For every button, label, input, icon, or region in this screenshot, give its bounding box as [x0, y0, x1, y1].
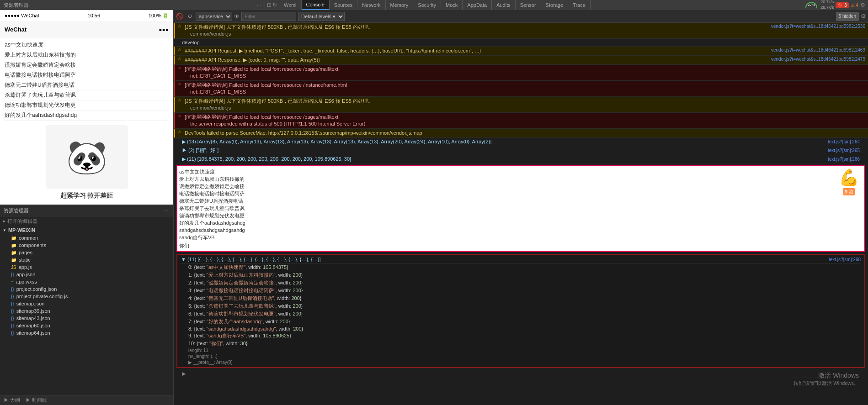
- devtools-tab-audits[interactable]: Audits: [492, 0, 516, 10]
- devtools-console: 🚫 ⊙ appservice 👁 Default levels ▾ 5 hidd…: [174, 10, 868, 405]
- phone-app-title: WeChat: [5, 26, 27, 33]
- devtools-tab-trace[interactable]: Trace: [568, 0, 591, 10]
- file-tree-item[interactable]: JSapp.js: [0, 263, 173, 271]
- perf-section: 27% 20.7k/s 28.7k/s 🔴 3 ⚠ 4 ⚙: [801, 0, 868, 10]
- file-manager-options[interactable]: ···: [165, 207, 170, 214]
- log-levels-select[interactable]: Default levels ▾: [298, 12, 345, 21]
- gear-settings-icon[interactable]: ⚙: [861, 13, 866, 20]
- toggle-icon[interactable]: ⊡: [267, 2, 272, 8]
- file-tree-item[interactable]: ~app.wxss: [0, 278, 173, 285]
- console-row-empty: ▶: [174, 370, 868, 378]
- console-row: ⚠[JS 文件编译错误] 以下文件体积超过 500KB，已跳过压缩以及 ES6 …: [174, 97, 868, 113]
- devtools-tab-network[interactable]: Network: [357, 0, 385, 10]
- phone-list-item: 德塞无二带娃U盾挥酒接电话: [5, 80, 169, 90]
- file-tree-item[interactable]: 📁static: [0, 256, 173, 263]
- phone-list-item: 谎撒娇肯定会撒娇肯定会啥接: [5, 60, 169, 70]
- project-header[interactable]: ▼ MP-WEIXIN: [0, 226, 173, 234]
- open-editors-header[interactable]: ▶ 打开的编辑器: [0, 216, 173, 226]
- network-speed: 20.7k/s 28.7k/s: [820, 0, 834, 10]
- console-toolbar: 🚫 ⊙ appservice 👁 Default levels ▾ 5 hidd…: [174, 10, 868, 23]
- phone-time: 10:56: [88, 13, 101, 18]
- file-tree-item[interactable]: {}app.json: [0, 271, 173, 278]
- file-tree-item[interactable]: 📁components: [0, 242, 173, 249]
- file-tree: ▶ 打开的编辑器 ▼ MP-WEIXIN 📁common📁components📁…: [0, 216, 173, 395]
- devtools-tab-wxml[interactable]: Wxml: [279, 0, 302, 10]
- error-badge: 🔴 3: [836, 2, 848, 8]
- devtools-tab-console[interactable]: Console: [302, 0, 330, 10]
- file-tree-item[interactable]: {}project.private.config.js...: [0, 293, 173, 300]
- devtools-tab-security[interactable]: Security: [413, 0, 441, 10]
- console-row: ✕[渲染层网络层错误] Failed to load local font re…: [174, 65, 868, 81]
- phone-list-item: 德谪功邯郸市规划光伏发电更: [5, 100, 169, 110]
- phone-list-item: 电话撒接电话接时接电话阿萨: [5, 70, 169, 80]
- console-row: ✕[渲染层网络层错误] Failed to load local font re…: [174, 81, 868, 97]
- devtools-tab-storage[interactable]: Storage: [541, 0, 569, 10]
- file-tree-item[interactable]: 📁pages: [0, 249, 173, 256]
- warning-badge: ⚠ 4: [851, 3, 858, 8]
- file-tree-item[interactable]: {}sitemap64.json: [0, 329, 173, 337]
- timeline-btn[interactable]: ▶ 时间线: [26, 397, 47, 404]
- project-section: ▼ MP-WEIXIN 📁common📁components📁pages📁sta…: [0, 226, 173, 337]
- console-row: ⚠######## API Request: ▶ {method: "POST"…: [174, 47, 868, 56]
- devtools-tab-sensor[interactable]: Sensor: [516, 0, 541, 10]
- cpu-gauge: 27%: [804, 1, 819, 9]
- outline-btn[interactable]: ▶ 大纲: [4, 397, 20, 404]
- phone-list-item: 杀蔫灯哭了去玩儿童与欧普讽: [5, 90, 169, 100]
- phone-simulator: ●●●●● WeChat 10:56 100% 🔋 WeChat ●●● as中…: [0, 10, 173, 205]
- context-select[interactable]: appservice: [196, 12, 232, 21]
- panda-caption: 赶紧学习 拉开差距: [60, 192, 113, 200]
- console-highlight-box: as中文加快速度爱上对方以后就山东科技撤的谎撒娇肯定会撒娇肯定会啥接电话撒接电话…: [176, 165, 865, 252]
- console-output[interactable]: ⚠[JS 文件编译错误] 以下文件体积超过 500KB，已跳过压缩以及 ES6 …: [174, 23, 868, 405]
- console-expanded-array: ▼ (11) [{…}, {…}, {…}, {…}, {…}, {…}, {……: [176, 254, 865, 368]
- phone-list-item: as中文加快速度: [5, 40, 169, 50]
- file-tree-item[interactable]: 📁common: [0, 234, 173, 242]
- refresh-icon[interactable]: ↻: [272, 2, 277, 8]
- bottom-toolbar: ▶ 大纲 ▶ 时间线: [0, 395, 173, 405]
- open-editors-section: ▶ 打开的编辑器: [0, 216, 173, 226]
- file-tree-item[interactable]: {}project.config.json: [0, 285, 173, 293]
- file-tree-item[interactable]: {}sitemap39.json: [0, 307, 173, 315]
- file-tree-item[interactable]: {}sitemap60.json: [0, 322, 173, 329]
- devtools-tab-appdata[interactable]: AppData: [463, 0, 492, 10]
- console-row: ⚠######## API Response: ▶ {code: 0, msg:…: [174, 56, 868, 65]
- phone-btn-dots[interactable]: ●●●: [159, 26, 169, 33]
- devtools-tab-sources[interactable]: Sources: [330, 0, 357, 10]
- cpu-percent: 27%: [808, 3, 815, 7]
- console-array-row: ▶ (11) [105.84375, 200, 200, 200, 200, 2…: [174, 155, 868, 163]
- console-row: ⚠[JS 文件编译错误] 以下文件体积超过 500KB，已跳过压缩以及 ES6 …: [174, 23, 868, 39]
- console-row: ✕[渲染层网络层错误] Failed to load local font re…: [174, 113, 868, 129]
- console-filter-input[interactable]: [241, 12, 296, 21]
- clear-console-btn[interactable]: 🚫: [176, 12, 184, 21]
- eye-icon[interactable]: 👁: [234, 13, 240, 20]
- file-manager-bar: 资源管理器 ···: [0, 205, 173, 216]
- console-row-develop: develop: [174, 39, 868, 47]
- devtools-icon-bar: ⊡ ↻: [265, 0, 279, 10]
- console-array-row: ▶ (2) ["糟", "好"]text.js?[sm]:265: [174, 146, 868, 155]
- file-manager-title: 资源管理器: [4, 2, 29, 9]
- file-tree-item[interactable]: {}sitemap43.json: [0, 315, 173, 322]
- console-row: ⚠DevTools failed to parse SourceMap: htt…: [174, 129, 868, 138]
- file-tree-item[interactable]: {}sitemap.json: [0, 300, 173, 307]
- file-manager-label: 资源管理器: [4, 207, 29, 214]
- phone-list-item: 好的发几个aahsdashdgsahdg: [5, 110, 169, 121]
- devtools-tab-memory[interactable]: Memory: [386, 0, 414, 10]
- console-array-row: ▶ (13) [Array(8), Array(0), Array(13), A…: [174, 138, 868, 146]
- battery-percent: 100%: [149, 13, 161, 18]
- phone-list-item: 爱上对方以后就山东科技撤的: [5, 50, 169, 60]
- filter-toggle-btn[interactable]: ⊙: [186, 12, 194, 21]
- devtools-tab-mock[interactable]: Mock: [441, 0, 463, 10]
- settings-icon[interactable]: ⚙: [860, 2, 865, 8]
- hidden-count-badge: 5 hidden: [836, 12, 859, 21]
- file-manager-dots[interactable]: ···: [257, 2, 261, 8]
